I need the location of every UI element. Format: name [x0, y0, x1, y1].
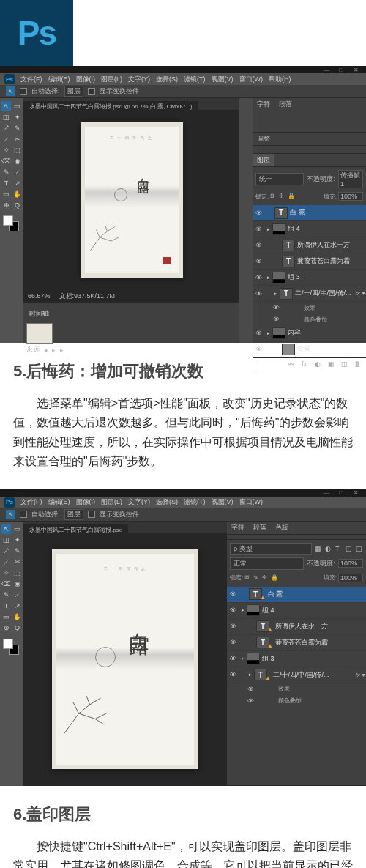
foreground-background-swatch[interactable] — [1, 637, 22, 655]
lock-icon[interactable]: 🔒 — [271, 574, 278, 582]
tool-1[interactable]: ▭ — [12, 101, 22, 111]
menu-filter[interactable]: 滤镜(T) — [184, 497, 206, 507]
maximize-icon[interactable]: □ — [334, 66, 348, 73]
tool-10[interactable]: ⌫ — [1, 156, 11, 166]
menu-edit[interactable]: 编辑(E) — [48, 75, 70, 84]
menu-select[interactable]: 选择(S) — [156, 497, 178, 507]
fx-icon[interactable]: fx — [302, 360, 310, 369]
tool-8[interactable]: ✧ — [1, 145, 11, 155]
menu-help[interactable]: 帮助(H) — [269, 75, 291, 84]
canvas-viewport[interactable]: 二 十 四 节 气 之 白露 — [23, 533, 227, 786]
visibility-toggle-icon[interactable]: 👁 — [228, 623, 237, 630]
layer-item[interactable]: 👁▸▬组 4 — [253, 221, 366, 237]
close-icon[interactable]: ✕ — [348, 66, 363, 73]
tab-adjustments[interactable]: 调整 — [253, 133, 274, 145]
timeline-frame-thumb[interactable] — [26, 323, 53, 344]
tool-5[interactable]: ✎ — [12, 123, 22, 133]
minimize-icon[interactable]: — — [319, 489, 334, 497]
fill-input[interactable]: 100% — [338, 192, 363, 201]
auto-select-checkbox[interactable] — [20, 88, 27, 95]
tool-14[interactable]: T — [1, 178, 11, 188]
minimize-icon[interactable]: — — [319, 66, 334, 73]
collapsed-panels[interactable] — [239, 98, 253, 343]
menu-select[interactable]: 选择(S) — [156, 75, 178, 84]
menu-view[interactable]: 视图(V) — [212, 75, 234, 84]
layer-item[interactable]: 👁▸▬组 3 — [227, 651, 366, 667]
tab-character[interactable]: 字符 — [227, 522, 249, 534]
layer-type-dropdown[interactable]: 图层 — [64, 86, 83, 97]
filter-type-icon[interactable]: T — [335, 545, 343, 552]
tool-6[interactable]: ⟋ — [1, 134, 11, 144]
lock-position-icon[interactable]: ✢ — [262, 574, 269, 582]
layer-item[interactable]: 👁T▲蒹葭苍苍白露为霜 — [227, 635, 366, 651]
layer-item[interactable]: 👁T蒹葭苍苍白露为霜 — [253, 253, 366, 270]
layer-item[interactable]: 👁▸▬组 3 — [253, 270, 366, 286]
filter-image-icon[interactable]: ▦ — [315, 545, 322, 552]
tool-15[interactable]: ↗ — [12, 178, 22, 188]
tool-12[interactable]: ✎ — [1, 590, 11, 600]
lock-all-icon[interactable]: ⊠ — [244, 574, 252, 582]
tool-0[interactable]: ↖ — [1, 101, 11, 111]
menu-filter[interactable]: 滤镜(T) — [184, 75, 206, 84]
tool-15[interactable]: ↗ — [12, 601, 22, 611]
tool-0[interactable]: ↖ — [1, 524, 11, 534]
layer-effect-item[interactable]: 👁效果 — [253, 302, 366, 314]
trash-icon[interactable]: 🗑 — [354, 360, 363, 369]
blend-mode-dropdown[interactable]: 统一 — [255, 173, 304, 185]
tool-13[interactable]: ⟋ — [12, 167, 22, 177]
menu-file[interactable]: 文件(F) — [20, 497, 42, 507]
active-tool-icon[interactable]: ↖ — [6, 510, 15, 519]
menu-window[interactable]: 窗口(W) — [239, 497, 264, 507]
visibility-toggle-icon[interactable]: 👁 — [254, 258, 263, 265]
layer-item[interactable]: 👁▸▬内容 — [253, 325, 366, 341]
tool-3[interactable]: ✦ — [12, 535, 22, 545]
foreground-background-swatch[interactable] — [1, 214, 22, 231]
tool-16[interactable]: ▭ — [1, 189, 11, 199]
tool-14[interactable]: T — [1, 601, 11, 611]
visibility-toggle-icon[interactable]: 👁 — [254, 346, 263, 353]
filter-smart-icon[interactable]: ◫ — [356, 545, 363, 552]
fill-input[interactable]: 100% — [338, 574, 363, 582]
lock-all-icon[interactable]: ⊠ — [270, 193, 277, 200]
tool-19[interactable]: Q — [12, 623, 22, 633]
layer-type-dropdown[interactable]: 图层 — [64, 509, 83, 520]
tool-2[interactable]: ◫ — [1, 112, 11, 122]
filter-adjust-icon[interactable]: ◐ — [325, 545, 332, 552]
opacity-input[interactable]: 100% — [338, 559, 363, 568]
lock-pixels-icon[interactable]: ✎ — [253, 574, 261, 582]
tool-4[interactable]: ⸕ — [1, 123, 11, 133]
timeline-play-icon[interactable]: ▸ — [52, 346, 56, 354]
tool-2[interactable]: ◫ — [1, 535, 11, 545]
layer-item[interactable]: 👁▸T二/十/四/中/国/传/...fx ▾ — [253, 286, 366, 302]
tool-11[interactable]: ◉ — [12, 579, 22, 589]
filter-shape-icon[interactable]: ▢ — [346, 545, 353, 552]
tool-16[interactable]: ▭ — [1, 612, 11, 622]
tool-19[interactable]: Q — [12, 200, 22, 209]
layer-effect-item[interactable]: 👁效果 — [227, 683, 366, 695]
menu-type[interactable]: 文字(Y) — [128, 497, 150, 507]
link-layers-icon[interactable]: ⚯ — [288, 360, 297, 369]
visibility-toggle-icon[interactable]: 👁 — [228, 655, 237, 662]
zoom-level[interactable]: 66.67% — [28, 292, 51, 300]
canvas-viewport[interactable]: 二 十 四 节 气 之 白露 — [23, 110, 239, 290]
layer-item[interactable]: 👁T▲白 露 — [227, 587, 366, 603]
tool-8[interactable]: ✧ — [1, 568, 11, 578]
menu-layer[interactable]: 图层(L) — [101, 75, 122, 84]
opacity-input[interactable]: 传播帧 1 — [338, 170, 363, 188]
mask-icon[interactable]: ◐ — [315, 360, 324, 369]
tool-7[interactable]: ✂ — [12, 557, 22, 567]
layer-effect-item[interactable]: 👁颜色叠加 — [227, 695, 366, 707]
menu-layer[interactable]: 图层(L) — [101, 497, 122, 507]
tab-paragraph[interactable]: 段落 — [274, 98, 296, 111]
tool-18[interactable]: ⊕ — [1, 623, 11, 633]
menu-image[interactable]: 图像(I) — [76, 497, 96, 507]
tool-13[interactable]: ⟋ — [12, 590, 22, 600]
tool-12[interactable]: ✎ — [1, 167, 11, 177]
menu-window[interactable]: 窗口(W) — [239, 75, 264, 84]
visibility-toggle-icon[interactable]: 👁 — [254, 330, 263, 337]
tool-9[interactable]: ⬚ — [12, 145, 22, 155]
visibility-toggle-icon[interactable]: 👁 — [228, 590, 237, 598]
tool-18[interactable]: ⊕ — [1, 200, 11, 209]
layer-item[interactable]: 👁▸▬组 4 — [227, 603, 366, 619]
blend-mode-dropdown[interactable]: 正常 — [230, 557, 304, 570]
